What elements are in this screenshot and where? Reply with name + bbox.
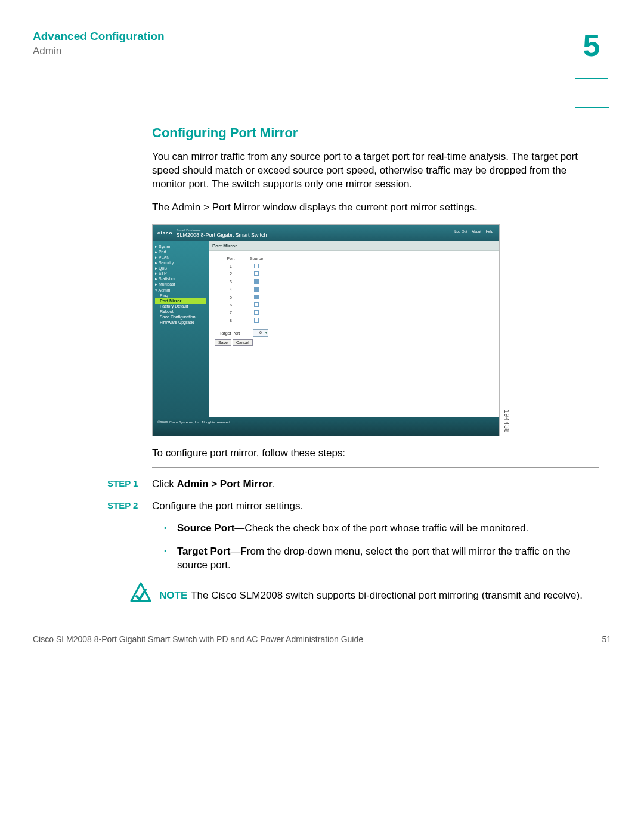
ss-port-number: 7 bbox=[219, 311, 242, 315]
page-header: Advanced Configuration Admin 5 bbox=[0, 0, 644, 83]
header-rule bbox=[33, 107, 575, 107]
ss-port-number: 8 bbox=[219, 318, 242, 323]
ss-port-number: 1 bbox=[219, 264, 242, 268]
ss-panel-title: Port Mirror bbox=[209, 241, 499, 251]
bullet-1-text: —Check the check box of the port whose t… bbox=[234, 522, 528, 534]
ss-port-number: 5 bbox=[219, 295, 242, 299]
ss-source-checkbox[interactable] bbox=[254, 295, 259, 299]
page-footer: Cisco SLM2008 8-Port Gigabit Smart Switc… bbox=[33, 628, 611, 668]
step-1: STEP 1 Click Admin > Port Mirror. bbox=[152, 478, 599, 491]
ss-nav-sub[interactable]: Save Configuration bbox=[155, 314, 206, 320]
ss-nav-item[interactable]: ▸ Port bbox=[155, 249, 206, 255]
ss-top-links: Log Out About Help bbox=[451, 230, 493, 233]
ss-port-row: 2 bbox=[219, 270, 499, 278]
ss-source-checkbox[interactable] bbox=[254, 318, 259, 323]
note-label: NOTE bbox=[159, 590, 187, 601]
note-text: NOTEThe Cisco SLM2008 switch supports bi… bbox=[159, 589, 599, 603]
step-2-label: STEP 2 bbox=[107, 500, 152, 513]
ss-link-logout[interactable]: Log Out bbox=[454, 230, 467, 233]
steps-rule bbox=[152, 467, 599, 468]
step-1-suffix: . bbox=[273, 478, 275, 490]
ss-port-number: 4 bbox=[219, 287, 242, 292]
ss-target-port-row: Target Port 6 bbox=[219, 329, 499, 337]
ss-col-source: Source bbox=[242, 256, 271, 261]
footer-page-number: 51 bbox=[602, 634, 611, 644]
chapter-number-box: 5 bbox=[575, 24, 608, 79]
ss-side-nav: ▸ System ▸ Port ▸ VLAN ▸ Security ▸ QoS … bbox=[153, 241, 209, 425]
step-2: STEP 2 Configure the port mirror setting… bbox=[152, 500, 599, 513]
page-content: Configuring Port Mirror You can mirror t… bbox=[0, 83, 644, 604]
step-1-label: STEP 1 bbox=[107, 478, 152, 491]
ss-header-bar: cisco Small Business SLM2008 8-Port Giga… bbox=[153, 225, 499, 241]
bullet-2-bold: Target Port bbox=[177, 546, 230, 557]
step-2-bullets: Source Port—Check the check box of the p… bbox=[164, 522, 599, 572]
ss-product-name: SLM2008 8-Port Gigabit Smart Switch bbox=[176, 232, 267, 238]
intro-paragraph-2: The Admin > Port Mirror window displays … bbox=[152, 201, 599, 215]
ss-port-row: 6 bbox=[219, 301, 499, 309]
note-rule bbox=[159, 584, 599, 584]
ss-save-button[interactable]: Save bbox=[215, 339, 231, 346]
note-block: NOTEThe Cisco SLM2008 switch supports bi… bbox=[129, 581, 599, 604]
step-1-prefix: Click bbox=[152, 478, 177, 490]
ss-cancel-button[interactable]: Cancel bbox=[233, 339, 253, 346]
ss-port-table: Port Source 12345678 bbox=[219, 255, 499, 324]
bullet-1-bold: Source Port bbox=[177, 522, 234, 534]
ss-nav-sub[interactable]: Factory Default bbox=[155, 304, 206, 309]
screenshot-id-number: 194438 bbox=[503, 410, 510, 433]
ss-nav-sub[interactable]: Reboot bbox=[155, 309, 206, 314]
steps-intro: To configure port mirror, follow these s… bbox=[152, 447, 599, 459]
cisco-logo: cisco bbox=[157, 230, 172, 236]
ss-nav-item[interactable]: ▸ VLAN bbox=[155, 255, 206, 260]
ss-source-checkbox[interactable] bbox=[254, 264, 259, 268]
ss-port-number: 2 bbox=[219, 272, 242, 276]
port-mirror-screenshot: 194438 cisco Small Business SLM2008 8-Po… bbox=[152, 224, 500, 436]
ss-port-row: 3 bbox=[219, 278, 499, 286]
ss-nav-item[interactable]: ▸ STP bbox=[155, 271, 206, 276]
ss-nav-item[interactable]: ▸ Statistics bbox=[155, 276, 206, 281]
ss-main-panel: Port Mirror Port Source 12345678 Target … bbox=[209, 241, 499, 425]
bullet-source-port: Source Port—Check the check box of the p… bbox=[164, 522, 599, 535]
ss-port-row: 8 bbox=[219, 317, 499, 324]
ss-target-port-label: Target Port bbox=[219, 331, 253, 335]
step-1-body: Click Admin > Port Mirror. bbox=[152, 478, 599, 491]
ss-nav-sub[interactable]: Firmware Upgrade bbox=[155, 320, 206, 325]
step-1-bold: Admin > Port Mirror bbox=[177, 478, 273, 490]
ss-link-help[interactable]: Help bbox=[486, 230, 493, 233]
ss-source-checkbox[interactable] bbox=[254, 287, 259, 292]
ss-nav-selected[interactable]: Port Mirror bbox=[155, 298, 206, 304]
footer-doc-title: Cisco SLM2008 8-Port Gigabit Smart Switc… bbox=[33, 634, 363, 644]
ss-source-checkbox[interactable] bbox=[254, 310, 259, 315]
bullet-target-port: Target Port—From the drop-down menu, sel… bbox=[164, 545, 599, 572]
ss-port-number: 6 bbox=[219, 303, 242, 307]
ss-nav-item[interactable]: ▸ Security bbox=[155, 260, 206, 265]
section-title: Configuring Port Mirror bbox=[152, 125, 599, 141]
intro-paragraph-1: You can mirror traffic from any source p… bbox=[152, 150, 599, 191]
step-2-body: Configure the port mirror settings. bbox=[152, 500, 599, 513]
ss-nav-admin[interactable]: ▾ Admin bbox=[155, 287, 206, 293]
ss-source-checkbox[interactable] bbox=[254, 302, 259, 307]
ss-source-checkbox[interactable] bbox=[254, 279, 259, 284]
ss-nav-item[interactable]: ▸ QoS bbox=[155, 265, 206, 271]
ss-link-about[interactable]: About bbox=[472, 230, 481, 233]
ss-nav-item[interactable]: ▸ Multicast bbox=[155, 281, 206, 287]
ss-nav-sub[interactable]: Ping bbox=[155, 293, 206, 298]
ss-port-row: 5 bbox=[219, 293, 499, 301]
ss-port-row: 1 bbox=[219, 262, 499, 270]
bullet-2-text: —From the drop-down menu, select the por… bbox=[177, 546, 571, 571]
note-body: The Cisco SLM2008 switch supports bi-dir… bbox=[191, 590, 583, 601]
header-title: Advanced Configuration bbox=[33, 30, 611, 43]
ss-port-number: 3 bbox=[219, 280, 242, 284]
header-breadcrumb: Admin bbox=[33, 45, 611, 57]
ss-target-port-select[interactable]: 6 bbox=[253, 329, 268, 337]
ss-port-row: 7 bbox=[219, 309, 499, 317]
ss-col-port: Port bbox=[219, 256, 242, 261]
ss-footer-bar: ©2009 Cisco Systems, Inc. All rights res… bbox=[153, 417, 499, 436]
ss-source-checkbox[interactable] bbox=[254, 271, 259, 276]
ss-port-row: 4 bbox=[219, 286, 499, 293]
note-icon bbox=[129, 581, 153, 604]
ss-nav-item[interactable]: ▸ System bbox=[155, 244, 206, 249]
chapter-number: 5 bbox=[575, 29, 608, 63]
